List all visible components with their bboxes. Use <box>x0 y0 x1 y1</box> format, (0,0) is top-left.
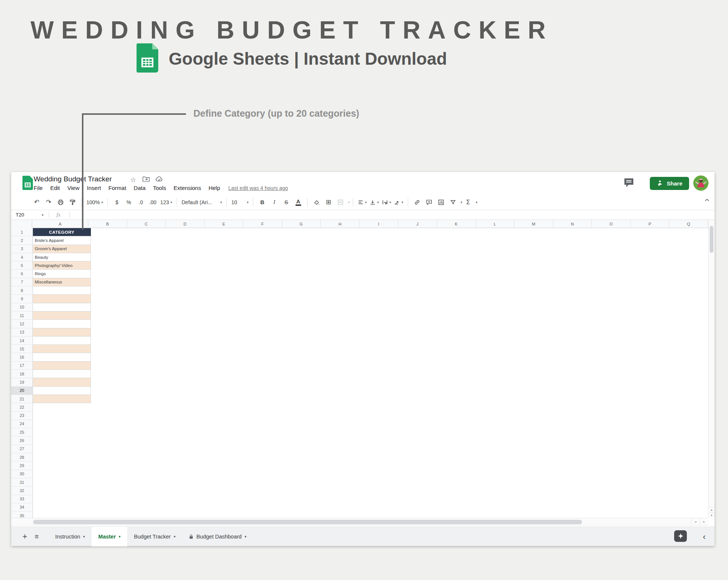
row-header-16[interactable]: 16 <box>11 353 33 361</box>
cell-A17[interactable] <box>33 362 91 370</box>
cell-A5[interactable]: Photography/ Video <box>33 261 91 270</box>
menu-file[interactable]: File <box>30 185 46 191</box>
vertical-scrollbar-thumb[interactable] <box>710 226 713 253</box>
row-header-7[interactable]: 7 <box>11 278 33 286</box>
row-header-14[interactable]: 14 <box>11 337 33 345</box>
sheet-tab-menu-icon[interactable]: ▾ <box>83 535 85 538</box>
row-header-18[interactable]: 18 <box>11 370 33 378</box>
sheet-tab-budget-dashboard[interactable]: Budget Dashboard▾ <box>182 527 253 546</box>
print-icon[interactable] <box>56 197 65 208</box>
formula-input[interactable] <box>70 212 70 218</box>
row-header-35[interactable]: 35 <box>11 512 33 518</box>
star-icon[interactable]: ☆ <box>130 176 136 184</box>
cell-A14[interactable] <box>33 337 91 345</box>
menu-insert[interactable]: Insert <box>83 185 105 191</box>
cell-A10[interactable] <box>33 303 91 312</box>
redo-icon[interactable]: ↷ <box>44 197 53 208</box>
row-header-2[interactable]: 2 <box>11 236 33 245</box>
row-header-24[interactable]: 24 <box>11 420 33 428</box>
move-folder-icon[interactable] <box>143 176 150 184</box>
cell-A7[interactable]: Miscellaneous <box>33 278 91 286</box>
row-header-6[interactable]: 6 <box>11 270 33 278</box>
column-header-G[interactable]: G <box>282 220 321 228</box>
column-header-A[interactable]: A <box>32 220 88 228</box>
insert-chart-icon[interactable] <box>437 197 446 208</box>
document-title[interactable]: Wedding Budget Tracker <box>34 175 112 183</box>
row-header-26[interactable]: 26 <box>11 436 33 445</box>
last-edit-link[interactable]: Last edit was 4 hours ago <box>228 185 288 191</box>
bold-button[interactable]: B <box>258 197 267 208</box>
scroll-up-icon[interactable]: ▲ <box>709 507 715 512</box>
create-filter-icon[interactable] <box>449 197 458 208</box>
row-header-5[interactable]: 5 <box>11 261 33 270</box>
cell-A20[interactable] <box>33 387 91 395</box>
horizontal-align-dropdown[interactable]: ▾ <box>358 197 367 208</box>
zoom-dropdown[interactable]: 100%▾ <box>86 197 103 208</box>
collapse-toolbar-icon[interactable] <box>704 197 710 204</box>
select-all-corner[interactable] <box>11 220 32 228</box>
insert-link-icon[interactable] <box>413 197 422 208</box>
column-header-E[interactable]: E <box>205 220 244 228</box>
scroll-left-icon[interactable]: ◂ <box>691 518 700 525</box>
number-format-dropdown[interactable]: 123▾ <box>160 197 172 208</box>
borders-icon[interactable]: ⊞ <box>324 197 333 208</box>
text-wrap-dropdown[interactable]: ▾ <box>382 197 391 208</box>
column-header-C[interactable]: C <box>127 220 166 228</box>
menu-data[interactable]: Data <box>130 185 149 191</box>
column-header-O[interactable]: O <box>592 220 631 228</box>
cell-A18[interactable] <box>33 370 91 378</box>
row-header-33[interactable]: 33 <box>11 495 33 503</box>
font-size-dropdown[interactable]: 10▾ <box>231 197 248 208</box>
sheet-tab-master[interactable]: Master▾ <box>92 527 127 546</box>
text-rotation-dropdown[interactable]: ▾ <box>394 197 403 208</box>
explore-button[interactable] <box>674 530 687 542</box>
row-header-3[interactable]: 3 <box>11 245 33 253</box>
format-currency-button[interactable]: $ <box>112 197 121 208</box>
text-color-button[interactable]: A <box>296 199 301 206</box>
cloud-status-icon[interactable] <box>156 176 163 183</box>
row-header-32[interactable]: 32 <box>11 487 33 495</box>
row-header-20[interactable]: 20 <box>11 387 33 395</box>
column-header-J[interactable]: J <box>398 220 437 228</box>
font-family-dropdown[interactable]: Default (Ari...▾ <box>181 197 222 208</box>
row-header-22[interactable]: 22 <box>11 403 33 411</box>
row-header-4[interactable]: 4 <box>11 253 33 261</box>
sheet-tab-menu-icon[interactable]: ▾ <box>174 535 175 538</box>
horizontal-scrollbar[interactable]: ◂ ▸ <box>11 518 708 525</box>
sheet-tab-menu-icon[interactable]: ▾ <box>245 535 247 538</box>
sheet-tab-menu-icon[interactable]: ▾ <box>119 535 121 538</box>
column-header-B[interactable]: B <box>88 220 127 228</box>
column-header-D[interactable]: D <box>166 220 205 228</box>
all-sheets-icon[interactable]: ≡ <box>35 533 39 540</box>
vertical-scrollbar[interactable]: ▲ ▼ <box>708 220 715 518</box>
sheet-tab-budget-tracker[interactable]: Budget Tracker▾ <box>127 527 182 546</box>
menu-format[interactable]: Format <box>105 185 130 191</box>
column-header-I[interactable]: I <box>360 220 398 228</box>
column-header-M[interactable]: M <box>514 220 553 228</box>
row-header-31[interactable]: 31 <box>11 478 33 487</box>
scroll-right-icon[interactable]: ▸ <box>700 518 708 525</box>
column-header-K[interactable]: K <box>437 220 476 228</box>
row-header-10[interactable]: 10 <box>11 303 33 312</box>
insert-comment-icon[interactable] <box>425 197 434 208</box>
cell-A4[interactable]: Beauty <box>33 253 91 261</box>
vertical-align-dropdown[interactable]: ▾ <box>370 197 379 208</box>
cell-A6[interactable]: Rings <box>33 270 91 278</box>
fill-color-icon[interactable] <box>312 197 321 208</box>
cell-A12[interactable] <box>33 320 91 328</box>
row-header-13[interactable]: 13 <box>11 328 33 337</box>
column-header-L[interactable]: L <box>476 220 515 228</box>
horizontal-scrollbar-thumb[interactable] <box>33 520 582 524</box>
italic-button[interactable]: I <box>270 197 279 208</box>
comment-history-icon[interactable] <box>624 178 634 188</box>
menu-help[interactable]: Help <box>205 185 224 191</box>
collapse-panel-icon[interactable]: ‹ <box>703 533 706 541</box>
row-header-9[interactable]: 9 <box>11 295 33 303</box>
row-header-1[interactable]: 1 <box>11 228 33 236</box>
increase-decimal-button[interactable]: .00 <box>148 197 157 208</box>
column-header-H[interactable]: H <box>321 220 360 228</box>
row-header-19[interactable]: 19 <box>11 378 33 386</box>
cell-A15[interactable] <box>33 345 91 353</box>
menu-extensions[interactable]: Extensions <box>170 185 205 191</box>
menu-view[interactable]: View <box>64 185 83 191</box>
